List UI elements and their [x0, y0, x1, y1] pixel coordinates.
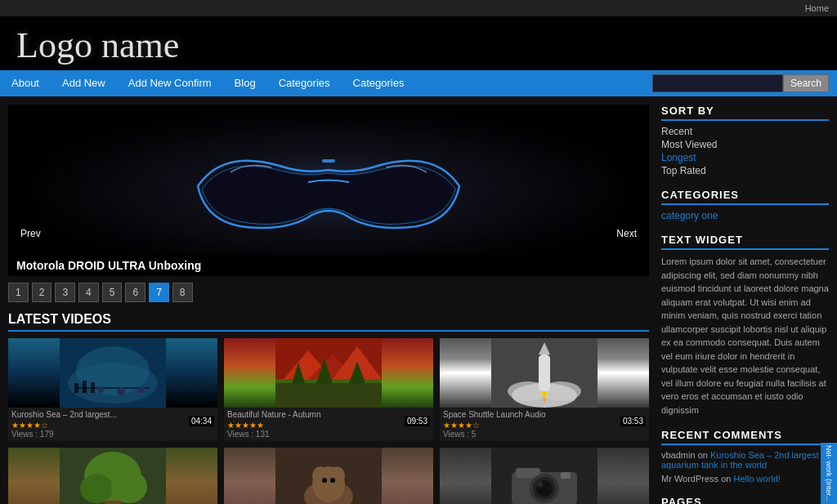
- svg-point-8: [117, 387, 125, 395]
- page-btn-2[interactable]: 2: [32, 283, 52, 302]
- comment-on-2: on: [721, 474, 733, 484]
- main-layout: Prev Next Motorola DROID ULTRA Unboxing …: [0, 96, 837, 504]
- content-area: Prev Next Motorola DROID ULTRA Unboxing …: [8, 105, 649, 504]
- recent-comments-section: RECENT COMMENTS vbadmin on Kuroshio Sea …: [661, 429, 829, 484]
- svg-point-7: [97, 386, 104, 393]
- video-info-1: Kuroshio Sea – 2nd largest... ★★★★☆ View…: [8, 408, 217, 441]
- video-thumb-4[interactable]: [8, 448, 217, 504]
- stars-2: ★★★★★: [227, 421, 430, 430]
- pages-title: PAGES: [661, 496, 829, 504]
- search-button[interactable]: Search: [783, 74, 829, 92]
- navigation: About Add New Add New Confirm Blog Categ…: [0, 70, 837, 96]
- video-image-6: [440, 448, 649, 504]
- svg-point-49: [538, 482, 543, 487]
- video-image-4: [8, 448, 217, 504]
- comment-on-1: on: [698, 450, 710, 460]
- latest-videos-title: LATEST VIDEOS: [8, 312, 649, 332]
- nav-blog[interactable]: Blog: [223, 70, 267, 96]
- page-btn-8[interactable]: 8: [172, 283, 193, 302]
- video-thumb-5[interactable]: [224, 448, 433, 504]
- page-btn-3[interactable]: 3: [55, 283, 75, 302]
- svg-rect-12: [91, 382, 95, 393]
- comment-1: vbadmin on Kuroshio Sea – 2nd largest aq…: [661, 450, 829, 470]
- svg-rect-27: [539, 355, 550, 391]
- video-thumb-2[interactable]: 09:53 Beautiful Nature - Autumn ★★★★★ Vi…: [224, 338, 433, 441]
- page-btn-6[interactable]: 6: [125, 283, 145, 302]
- next-button[interactable]: Next: [608, 224, 645, 243]
- svg-rect-1: [322, 159, 335, 163]
- featured-slider: Prev Next Motorola DROID ULTRA Unboxing: [8, 105, 649, 276]
- svg-point-35: [111, 471, 147, 503]
- nav-about[interactable]: About: [0, 70, 51, 96]
- search-area: Search: [652, 74, 837, 92]
- svg-point-34: [80, 474, 113, 503]
- svg-point-39: [312, 466, 329, 486]
- nav-categories-2[interactable]: Categories: [342, 70, 416, 96]
- duration-1: 04:34: [189, 416, 214, 426]
- sort-recent[interactable]: Recent: [661, 126, 829, 137]
- duration-2: 09:53: [405, 416, 430, 426]
- categories-section: CATEGORIES category one: [661, 189, 829, 221]
- video-image-3: [440, 338, 649, 408]
- video-image-5: [224, 448, 433, 504]
- sort-longest[interactable]: Longest: [661, 152, 829, 163]
- top-bar: Home: [0, 0, 837, 16]
- video-thumb-6[interactable]: [440, 448, 649, 504]
- pagination: 1 2 3 4 5 6 7 8: [8, 283, 649, 302]
- sort-by-title: SORT BY: [661, 105, 829, 121]
- svg-point-42: [330, 478, 335, 483]
- video-title-1: Kuroshio Sea – 2nd largest...: [11, 410, 214, 419]
- sort-top-rated[interactable]: Top Rated: [661, 165, 829, 176]
- slider-image: [8, 105, 649, 276]
- svg-point-40: [329, 466, 345, 486]
- text-widget-body: Lorem ipsum dolor sit amet, consectetuer…: [661, 255, 829, 417]
- video-image-2: [224, 338, 433, 408]
- video-thumb-1[interactable]: 04:34 Kuroshio Sea – 2nd largest... ★★★★…: [8, 338, 217, 441]
- video-thumb-3[interactable]: 03:53 Space Shuttle Launch Audio ★★★★☆ V…: [440, 338, 649, 441]
- svg-rect-19: [275, 383, 382, 408]
- stars-1: ★★★★☆: [11, 421, 214, 430]
- nav-categories-1[interactable]: Categories: [267, 70, 342, 96]
- sidebar: SORT BY Recent Most Viewed Longest Top R…: [649, 105, 829, 504]
- slider-caption: Motorola DROID ULTRA Unboxing: [8, 255, 649, 276]
- views-1: Views : 179: [11, 430, 214, 439]
- categories-title: CATEGORIES: [661, 189, 829, 205]
- duration-3: 03:53: [620, 416, 646, 426]
- views-3: Views : 5: [443, 430, 646, 439]
- video-image-1: [8, 338, 217, 408]
- svg-rect-11: [83, 381, 87, 393]
- page-btn-7[interactable]: 7: [149, 283, 169, 302]
- logo-text: Logo name: [16, 25, 821, 66]
- svg-rect-10: [74, 383, 78, 393]
- network-badge: Net- work (Inter...: [821, 443, 837, 504]
- sort-most-viewed[interactable]: Most Viewed: [661, 139, 829, 150]
- views-2: Views : 131: [227, 430, 430, 439]
- video-info-2: Beautiful Nature - Autumn ★★★★★ Views : …: [224, 408, 433, 441]
- prev-button[interactable]: Prev: [12, 224, 49, 243]
- text-widget-title: TEXT WIDGET: [661, 234, 829, 250]
- category-one-link[interactable]: category one: [661, 210, 829, 221]
- logo-area: Logo name: [0, 16, 837, 70]
- nav-add-new[interactable]: Add New: [51, 70, 117, 96]
- svg-point-9: [138, 386, 145, 393]
- nav-add-new-confirm[interactable]: Add New Confirm: [117, 70, 223, 96]
- video-grid: 04:34 Kuroshio Sea – 2nd largest... ★★★★…: [8, 338, 649, 504]
- recent-comments-title: RECENT COMMENTS: [661, 429, 829, 445]
- page-btn-5[interactable]: 5: [102, 283, 123, 302]
- page-btn-1[interactable]: 1: [8, 283, 29, 302]
- text-widget-section: TEXT WIDGET Lorem ipsum dolor sit amet, …: [661, 234, 829, 417]
- pages-section: PAGES About Add New Add New Confirm Blog…: [661, 496, 829, 504]
- video-title-3: Space Shuttle Launch Audio: [443, 410, 646, 419]
- comment-2: Mr WordPress on Hello world!: [661, 474, 829, 484]
- comment-link-2[interactable]: Hello world!: [733, 474, 780, 484]
- svg-point-41: [322, 478, 327, 483]
- page-btn-4[interactable]: 4: [78, 283, 99, 302]
- comment-author-2: Mr WordPress: [661, 474, 718, 484]
- stars-3: ★★★★☆: [443, 421, 646, 430]
- svg-rect-50: [561, 472, 571, 479]
- video-title-2: Beautiful Nature - Autumn: [227, 410, 430, 419]
- sort-by-section: SORT BY Recent Most Viewed Longest Top R…: [661, 105, 829, 176]
- home-link[interactable]: Home: [805, 3, 829, 13]
- search-input[interactable]: [652, 74, 783, 92]
- comment-author-1: vbadmin: [661, 450, 696, 460]
